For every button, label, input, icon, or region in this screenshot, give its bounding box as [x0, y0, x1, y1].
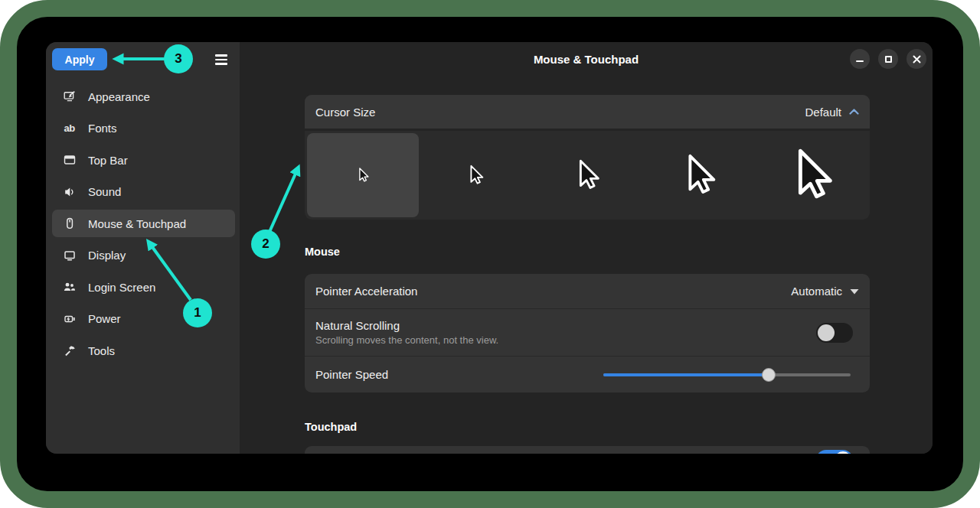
pointer-speed-knob[interactable] — [762, 368, 776, 382]
mouse-section-heading: Mouse — [305, 246, 340, 258]
main-pane: Mouse & Touchpad Cursor Size — [240, 42, 933, 454]
sidebar-item-label: Display — [88, 249, 126, 262]
natural-scrolling-toggle[interactable] — [816, 323, 853, 343]
window-title: Mouse & Touchpad — [240, 42, 933, 76]
sidebar: Apply Appearance — [46, 42, 240, 454]
cursor-size-label: Cursor Size — [315, 106, 375, 119]
sidebar-item-label: Tools — [88, 344, 115, 357]
cursor-preview-icon — [464, 164, 487, 187]
cursor-size-option-3[interactable] — [531, 133, 643, 217]
login-screen-icon — [63, 281, 76, 293]
cursor-size-option-1[interactable] — [307, 133, 419, 217]
fonts-icon: ab — [63, 122, 76, 135]
chevron-down-icon — [850, 288, 859, 295]
cursor-size-row[interactable]: Cursor Size Default — [305, 95, 870, 129]
top-bar-icon — [63, 154, 76, 166]
touchpad-section-heading: Touchpad — [305, 421, 357, 433]
natural-scrolling-subtitle: Scrolling moves the content, not the vie… — [315, 334, 498, 346]
app-window: Apply Appearance — [46, 42, 933, 454]
pointer-speed-slider[interactable] — [603, 368, 851, 382]
mouse-icon — [63, 217, 76, 230]
touchpad-toggle[interactable] — [816, 450, 853, 454]
sound-icon — [63, 186, 76, 198]
toggle-knob — [835, 451, 851, 454]
natural-scrolling-row: Natural Scrolling Scrolling moves the co… — [305, 309, 870, 356]
sidebar-item-label: Login Screen — [88, 281, 155, 294]
close-icon — [913, 55, 921, 64]
cursor-size-option-4[interactable] — [643, 133, 755, 217]
cursor-size-option-2[interactable] — [419, 133, 531, 217]
sidebar-item-label: Mouse & Touchpad — [88, 217, 186, 230]
sidebar-item-label: Appearance — [88, 90, 150, 103]
window-controls — [850, 49, 926, 69]
sidebar-item-appearance[interactable]: Appearance — [52, 83, 235, 110]
menu-button[interactable] — [207, 49, 235, 70]
power-icon — [63, 313, 76, 325]
minimize-icon — [856, 60, 864, 62]
sidebar-item-mouse-touchpad[interactable]: Mouse & Touchpad — [52, 210, 235, 237]
sidebar-nav: Appearance ab Fonts Top Bar — [52, 83, 235, 369]
cursor-preview-strip — [305, 131, 870, 220]
pointer-acceleration-value: Automatic — [791, 285, 842, 298]
tools-icon — [63, 344, 76, 357]
apply-button[interactable]: Apply — [52, 48, 107, 70]
badge-number: 2 — [262, 236, 269, 252]
pointer-speed-row: Pointer Speed — [305, 357, 870, 392]
natural-scrolling-label: Natural Scrolling — [315, 319, 498, 332]
minimize-button[interactable] — [850, 49, 870, 69]
badge-number: 3 — [175, 51, 181, 67]
cursor-size-option-5[interactable] — [756, 133, 867, 217]
sidebar-item-top-bar[interactable]: Top Bar — [52, 146, 235, 174]
cursor-preview-icon — [354, 167, 371, 184]
screenshot-canvas: Apply Appearance — [0, 0, 980, 508]
cursor-preview-icon — [570, 158, 605, 193]
hamburger-icon — [215, 54, 227, 65]
close-button[interactable] — [906, 49, 926, 69]
pointer-speed-fill — [603, 373, 769, 376]
pointer-speed-label: Pointer Speed — [315, 368, 388, 381]
cursor-size-value: Default — [805, 106, 841, 119]
badge-number: 1 — [194, 305, 201, 321]
appearance-icon — [63, 90, 76, 103]
cursor-size-card: Cursor Size Default — [305, 95, 870, 220]
pointer-acceleration-label: Pointer Acceleration — [315, 285, 417, 298]
sidebar-item-label: Power — [88, 312, 121, 325]
maximize-button[interactable] — [878, 49, 898, 69]
cursor-preview-icon — [675, 151, 723, 199]
sidebar-item-sound[interactable]: Sound — [52, 178, 235, 206]
sidebar-item-label: Sound — [88, 185, 121, 198]
chevron-up-icon — [849, 109, 859, 115]
sidebar-item-label: Fonts — [88, 122, 117, 135]
pointer-acceleration-row[interactable]: Pointer Acceleration Automatic — [305, 274, 870, 308]
maximize-icon — [885, 56, 892, 63]
cursor-preview-icon — [782, 145, 841, 205]
sidebar-item-label: Top Bar — [88, 154, 128, 167]
sidebar-item-display[interactable]: Display — [52, 242, 235, 269]
annotation-badge-2: 2 — [251, 230, 280, 259]
touchpad-card — [305, 446, 870, 454]
sidebar-item-fonts[interactable]: ab Fonts — [52, 115, 235, 142]
annotation-badge-3: 3 — [164, 44, 193, 73]
display-icon — [63, 249, 76, 262]
sidebar-item-tools[interactable]: Tools — [52, 337, 235, 364]
mouse-card: Pointer Acceleration Automatic Natural S… — [305, 274, 870, 392]
toggle-knob — [818, 324, 835, 341]
sidebar-item-login-screen[interactable]: Login Screen — [52, 273, 235, 301]
annotation-badge-1: 1 — [183, 298, 212, 327]
